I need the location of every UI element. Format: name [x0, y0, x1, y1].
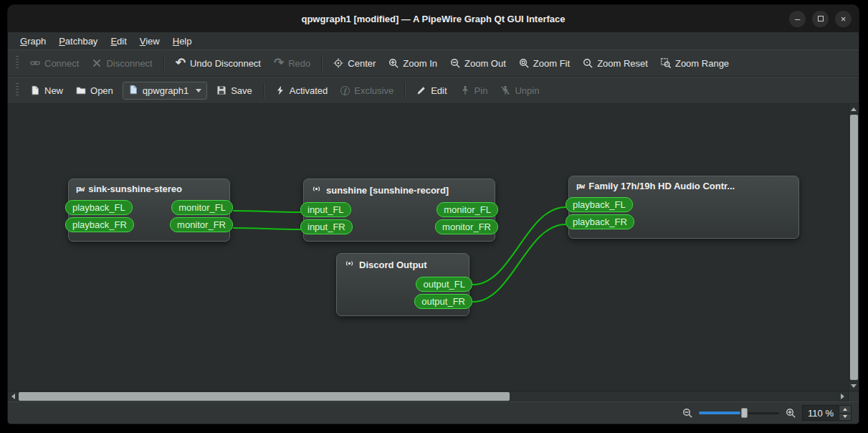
zoom-out-button[interactable]: Zoom Out: [444, 54, 512, 72]
zoom-reset-label: Zoom Reset: [597, 58, 648, 69]
menu-graph[interactable]: Graph: [14, 34, 52, 49]
pipewire-icon: pw: [76, 184, 84, 194]
node-header[interactable]: pw Family 17h/19h HD Audio Contr...: [569, 176, 798, 194]
port-output-fr[interactable]: output_FR: [414, 294, 472, 309]
arrow-down-icon: [843, 415, 847, 418]
toolbar-drag-handle[interactable]: [16, 56, 19, 70]
menu-patchbay[interactable]: Patchbay: [52, 34, 104, 49]
node-family-hd-audio[interactable]: pw Family 17h/19h HD Audio Contr... play…: [568, 176, 799, 239]
titlebar[interactable]: qpwgraph1 [modified] — A PipeWire Graph …: [8, 5, 859, 32]
activated-toggle[interactable]: Activated: [269, 82, 334, 100]
zoom-reset-icon: [583, 58, 593, 68]
zoom-fit-button[interactable]: Zoom Fit: [512, 54, 576, 72]
port-list: input_FL monitor_FL input_FR monitor_FR: [304, 199, 495, 239]
node-header[interactable]: Discord Output: [337, 254, 469, 273]
zoom-out-small-icon[interactable]: [682, 408, 692, 418]
unpin-button[interactable]: Unpin: [494, 82, 545, 100]
edit-button[interactable]: Edit: [410, 82, 453, 100]
node-title: Family 17h/19h HD Audio Contr...: [588, 181, 735, 191]
scroll-left-button[interactable]: [8, 391, 19, 401]
redo-button[interactable]: ↷ Redo: [267, 54, 317, 72]
scroll-up-button[interactable]: [849, 104, 859, 114]
exclusive-icon: f: [340, 86, 350, 95]
toolbar-file: New Open qpwgraph1 Save Activate: [8, 77, 859, 104]
node-discord-output[interactable]: Discord Output output_FL output_FR: [336, 253, 469, 316]
pushpin-icon: [460, 85, 470, 95]
port-playback-fr[interactable]: playback_FR: [65, 217, 134, 232]
horizontal-scroll-track[interactable]: [19, 391, 837, 401]
disconnect-button[interactable]: Disconnect: [85, 54, 158, 72]
port-monitor-fl[interactable]: monitor_FL: [437, 202, 498, 217]
menu-edit[interactable]: Edit: [104, 34, 133, 49]
menu-help-accel: H: [173, 36, 179, 47]
arrow-left-icon: [11, 394, 15, 399]
scroll-right-button[interactable]: [837, 391, 848, 401]
scroll-down-button[interactable]: [849, 381, 859, 391]
horizontal-scrollbar[interactable]: [8, 391, 848, 401]
menu-view-rest: iew: [146, 36, 160, 47]
close-button[interactable]: ×: [835, 11, 852, 27]
redo-label: Redo: [288, 58, 310, 69]
port-monitor-fl[interactable]: monitor_FL: [171, 200, 233, 215]
pin-button[interactable]: Pin: [454, 82, 495, 100]
zoom-spinbox[interactable]: 110 %: [802, 405, 852, 421]
hscroll-row: [8, 391, 859, 401]
undo-button[interactable]: ↶ Undo Disconnect: [169, 54, 267, 72]
pin-label: Pin: [474, 85, 488, 96]
toolbar-separator: [321, 55, 323, 71]
node-header[interactable]: sunshine [sunshine-record]: [304, 179, 495, 199]
wire-monitor-fr-to-input-fr: [234, 228, 300, 229]
menu-patchbay-accel: P: [59, 36, 65, 47]
zoom-slider-track: [748, 412, 779, 414]
connect-button[interactable]: Connect: [24, 54, 85, 72]
node-header[interactable]: pw sink-sunshine-stereo: [69, 179, 229, 196]
zoom-reset-button[interactable]: Zoom Reset: [576, 54, 654, 72]
save-label: Save: [231, 85, 252, 96]
port-monitor-fr[interactable]: monitor_FR: [435, 219, 498, 234]
minimize-button[interactable]: –: [789, 11, 806, 27]
port-input-fl[interactable]: input_FL: [300, 202, 351, 217]
exclusive-toggle[interactable]: f Exclusive: [334, 82, 400, 100]
menu-view[interactable]: View: [133, 34, 166, 49]
toolbar-graph: Connect Disconnect ↶ Undo Disconnect ↷ R…: [8, 49, 859, 77]
port-input-fr[interactable]: input_FR: [300, 219, 353, 234]
edit-label: Edit: [431, 85, 447, 96]
zoom-slider-handle[interactable]: [741, 408, 748, 418]
zoom-decrement-button[interactable]: [839, 413, 851, 421]
app-window: qpwgraph1 [modified] — A PipeWire Graph …: [7, 4, 859, 424]
zoom-slider[interactable]: [699, 408, 779, 418]
node-sunshine-record[interactable]: sunshine [sunshine-record] input_FL moni…: [303, 179, 495, 242]
horizontal-scroll-thumb[interactable]: [19, 392, 510, 401]
port-output-fl[interactable]: output_FL: [416, 277, 472, 292]
menu-help[interactable]: Help: [166, 34, 199, 49]
lightning-bolt-icon: [275, 85, 285, 95]
port-monitor-fr[interactable]: monitor_FR: [170, 217, 233, 232]
port-playback-fr[interactable]: playback_FR: [566, 214, 634, 229]
zoom-range-button[interactable]: Zoom Range: [654, 54, 735, 72]
zoom-increment-button[interactable]: [839, 406, 851, 413]
save-button[interactable]: Save: [210, 82, 259, 100]
node-sink-sunshine-stereo[interactable]: pw sink-sunshine-stereo playback_FL moni…: [68, 179, 230, 242]
connection-wires: [8, 104, 848, 391]
maximize-button[interactable]: [812, 11, 829, 27]
patchbay-selector[interactable]: qpwgraph1: [123, 82, 207, 100]
vertical-scrollbar[interactable]: [848, 104, 859, 391]
graph-canvas[interactable]: pw sink-sunshine-stereo playback_FL moni…: [8, 104, 848, 391]
zoom-in-label: Zoom In: [403, 58, 437, 69]
toolbar-separator: [163, 55, 165, 71]
open-button[interactable]: Open: [70, 82, 120, 100]
center-button[interactable]: Center: [327, 54, 382, 72]
zoom-in-button[interactable]: Zoom In: [382, 54, 444, 72]
port-playback-fl[interactable]: playback_FL: [566, 197, 633, 212]
zoom-in-small-icon[interactable]: [786, 408, 796, 418]
port-list: output_FL output_FR: [337, 273, 469, 314]
zoom-fit-icon: [519, 58, 529, 68]
vertical-scroll-thumb[interactable]: [850, 115, 858, 380]
zoom-value[interactable]: 110 %: [802, 405, 839, 421]
port-playback-fl[interactable]: playback_FL: [65, 200, 133, 215]
close-icon: ×: [841, 14, 846, 24]
new-button[interactable]: New: [24, 82, 70, 100]
center-icon: [333, 58, 343, 68]
arrow-up-icon: [843, 408, 847, 411]
toolbar-drag-handle[interactable]: [16, 83, 19, 97]
